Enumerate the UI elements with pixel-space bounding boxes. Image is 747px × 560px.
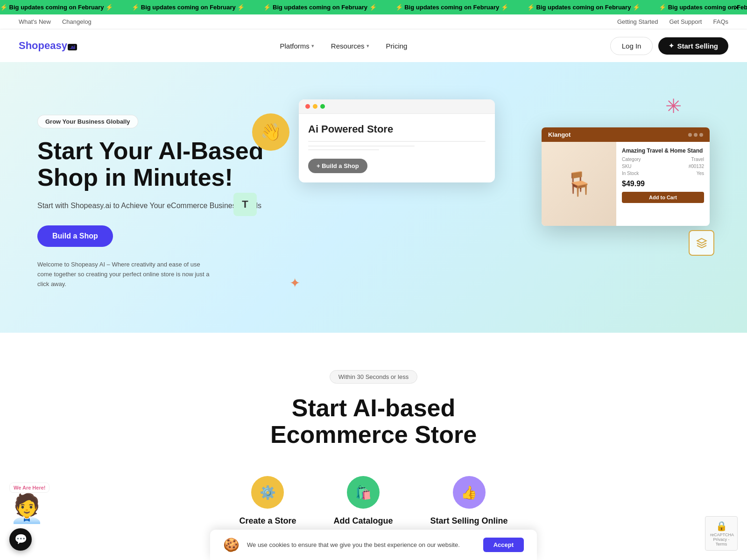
chat-bubble-button[interactable]: 💬 — [9, 528, 32, 551]
mock-divider-3 — [308, 149, 379, 150]
hero-badge: Grow Your Business Globally — [37, 115, 138, 128]
announcement-text-4: ⚡ Big updates coming on February ⚡ — [395, 4, 508, 11]
cookie-accept-button[interactable]: Accept — [483, 538, 524, 552]
mock-divider-1 — [308, 141, 486, 142]
announcement-text-5: ⚡ Big updates coming on February ⚡ — [527, 4, 640, 11]
nav-dot-3 — [699, 133, 703, 137]
mock-store-window: Klangot 🪑 Amazing Travel & Home Stand Ca… — [542, 127, 710, 226]
nav-links: Platforms ▾ Resources ▾ Pricing — [274, 38, 414, 54]
hero-description: Welcome to Shopeasy AI – Where creativit… — [37, 260, 215, 289]
main-nav: Shopeasy.ai Platforms ▾ Resources ▾ Pric… — [0, 29, 747, 62]
whats-new-link[interactable]: What's New — [19, 18, 51, 25]
create-store-label: Create a Store — [239, 516, 296, 526]
section-badge: Within 30 Seconds or less — [330, 370, 417, 384]
announcement-marquee: ⚡ Big updates coming on February ⚡ ⚡ Big… — [0, 4, 747, 11]
browser-dot-red — [305, 104, 310, 109]
star-icon: ✦ — [669, 42, 674, 49]
cookie-text: We use cookies to ensure that we give yo… — [247, 541, 476, 548]
browser-content: Ai Powered Store + Build a Shop — [299, 114, 495, 182]
browser-dot-yellow — [313, 104, 317, 109]
feature-start-selling: 👍 Start Selling Online — [430, 476, 508, 526]
product-image: 🪑 — [542, 142, 616, 226]
recaptcha-sub: Privacy - Terms — [710, 537, 733, 546]
ai-powered-title: Ai Powered Store — [308, 123, 486, 135]
top-nav-left: What's New Changelog — [19, 18, 92, 25]
start-selling-icon: 👍 — [453, 476, 486, 509]
add-to-cart-button[interactable]: Add to Cart — [622, 192, 704, 203]
section-title: Start AI-based Ecommerce Store — [19, 395, 728, 448]
pricing-label: Pricing — [386, 42, 408, 50]
getting-started-link[interactable]: Getting Started — [617, 18, 658, 25]
browser-dot-green — [320, 104, 325, 109]
product-row-3: In StockYes — [622, 171, 704, 176]
login-button[interactable]: Log In — [610, 37, 653, 55]
changelog-link[interactable]: Changelog — [62, 18, 92, 25]
resources-chevron-icon: ▾ — [366, 43, 369, 49]
t-icon: T — [233, 193, 257, 216]
mascot-bubble: We Are Here! — [9, 483, 49, 493]
resources-label: Resources — [331, 42, 365, 50]
nav-dot-1 — [688, 133, 692, 137]
create-store-icon: ⚙️ — [251, 476, 284, 509]
cookie-banner: 🍪 We use cookies to ensure that we give … — [210, 530, 537, 554]
mascot-figure: 🧑‍💼 — [9, 495, 49, 523]
announcement-text-1: ⚡ Big updates coming on February ⚡ — [0, 4, 113, 11]
section-2: Within 30 Seconds or less Start AI-based… — [0, 333, 747, 554]
recaptcha-label: reCAPTCHA — [710, 532, 733, 537]
product-title: Amazing Travel & Home Stand — [622, 147, 704, 154]
add-catalogue-label: Add Catalogue — [334, 516, 393, 526]
store-header: Klangot — [542, 127, 710, 142]
start-selling-online-label: Start Selling Online — [430, 516, 508, 526]
product-row-2: SKU#00132 — [622, 164, 704, 169]
get-support-link[interactable]: Get Support — [669, 18, 702, 25]
add-catalogue-icon: 🛍️ — [347, 476, 380, 509]
platforms-chevron-icon: ▾ — [311, 43, 314, 49]
product-price: $49.99 — [622, 180, 704, 188]
cookie-icon: 🍪 — [223, 537, 240, 553]
recaptcha-logo-icon: 🔒 — [710, 520, 733, 532]
wave-emoji-icon: 👋 — [252, 113, 289, 151]
mascot-container: We Are Here! 🧑‍💼 — [9, 483, 49, 523]
hero-section: Grow Your Business Globally Start Your A… — [0, 62, 747, 333]
feature-create-store: ⚙️ Create a Store — [239, 476, 296, 526]
mock-browser-window: Ai Powered Store + Build a Shop — [299, 99, 495, 182]
svg-marker-0 — [697, 238, 706, 243]
feature-add-catalogue: 🛍️ Add Catalogue — [334, 476, 393, 526]
build-shop-button[interactable]: Build a Shop — [37, 225, 113, 247]
announcement-bar: ⚡ Big updates coming on February ⚡ ⚡ Big… — [0, 0, 747, 14]
hero-title: Start Your AI-Based Shop in Minutes! — [37, 138, 280, 191]
logo-text: Shopeasy — [19, 40, 67, 51]
store-body: 🪑 Amazing Travel & Home Stand CategoryTr… — [542, 142, 710, 226]
announcement-text-2: ⚡ Big updates coming on February ⚡ — [132, 4, 245, 11]
faqs-link[interactable]: FAQs — [713, 18, 728, 25]
mock-build-btn[interactable]: + Build a Shop — [308, 159, 367, 173]
logo-ai-badge: .ai — [68, 44, 77, 50]
nav-dot-2 — [694, 133, 698, 137]
store-brand: Klangot — [548, 131, 571, 138]
mock-divider-2 — [308, 146, 415, 147]
announcement-text-3: ⚡ Big updates coming on February ⚡ — [263, 4, 376, 11]
features-row: ⚙️ Create a Store 🛍️ Add Catalogue 👍 Sta… — [19, 476, 728, 526]
recaptcha-badge: 🔒 reCAPTCHA Privacy - Terms — [705, 516, 738, 551]
store-nav-dots — [688, 133, 703, 137]
start-selling-label: Start Selling — [677, 42, 718, 50]
product-row-1: CategoryTravel — [622, 157, 704, 162]
logo[interactable]: Shopeasy.ai — [19, 40, 77, 52]
hero-right: 👋 T ✳ ✦ Ai Powered Store — [280, 99, 710, 305]
resources-nav-link[interactable]: Resources ▾ — [324, 38, 376, 54]
pricing-nav-link[interactable]: Pricing — [380, 38, 414, 54]
platforms-nav-link[interactable]: Platforms ▾ — [274, 38, 321, 54]
announcement-close-button[interactable]: ✕ — [733, 3, 740, 12]
product-details: Amazing Travel & Home Stand CategoryTrav… — [616, 142, 710, 226]
top-nav-right: Getting Started Get Support FAQs — [617, 18, 728, 25]
layers-icon — [689, 230, 714, 256]
top-nav: What's New Changelog Getting Started Get… — [0, 14, 747, 29]
orange-star-icon: ✦ — [289, 275, 300, 291]
browser-bar — [299, 99, 495, 114]
pink-star-icon: ✳ — [665, 95, 682, 118]
platforms-label: Platforms — [280, 42, 310, 50]
start-selling-button[interactable]: ✦ Start Selling — [658, 37, 728, 55]
nav-actions: Log In ✦ Start Selling — [610, 37, 728, 55]
